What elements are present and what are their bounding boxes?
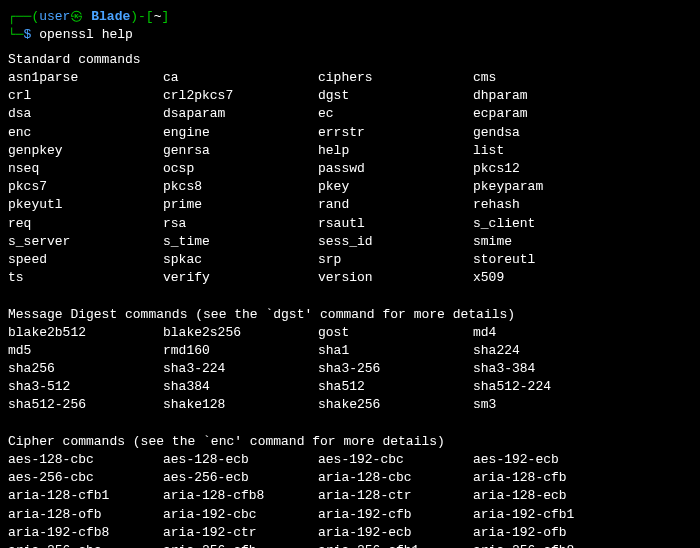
command-name: list [473, 142, 628, 160]
table-row: aes-256-cbcaes-256-ecbaria-128-cbcaria-1… [8, 469, 692, 487]
command-name: aes-192-cbc [318, 451, 473, 469]
table-row: sha512-256shake128shake256sm3 [8, 396, 692, 414]
command-name: smime [473, 233, 628, 251]
table-row: aria-128-cfb1aria-128-cfb8aria-128-ctrar… [8, 487, 692, 505]
section-title-standard: Standard commands [8, 51, 692, 69]
command-name: blake2s256 [163, 324, 318, 342]
table-row: aria-256-cbcaria-256-cfbaria-256-cfb1ari… [8, 542, 692, 548]
command-name: aes-192-ecb [473, 451, 628, 469]
prompt-line-1: ┌──(user㉿ Blade)-[~] [8, 8, 692, 26]
table-row: aria-192-cfb8aria-192-ctraria-192-ecbari… [8, 524, 692, 542]
command-name: aes-256-ecb [163, 469, 318, 487]
command-name: sha3-384 [473, 360, 628, 378]
command-name: dhparam [473, 87, 628, 105]
command-name: aria-192-ctr [163, 524, 318, 542]
prompt-user: user [39, 9, 70, 24]
command-name: genrsa [163, 142, 318, 160]
command-name: md5 [8, 342, 163, 360]
command-name: aria-128-cfb8 [163, 487, 318, 505]
table-row: sha3-512sha384sha512sha512-224 [8, 378, 692, 396]
command-name: speed [8, 251, 163, 269]
command-name: sess_id [318, 233, 473, 251]
command-name: md4 [473, 324, 628, 342]
command-name: shake256 [318, 396, 473, 414]
command-name: sha256 [8, 360, 163, 378]
command-name: spkac [163, 251, 318, 269]
command-name: sha224 [473, 342, 628, 360]
command-name: rand [318, 196, 473, 214]
command-name: ec [318, 105, 473, 123]
command-name: aes-128-cbc [8, 451, 163, 469]
prompt-decor: ┌──( [8, 9, 39, 24]
command-name: gost [318, 324, 473, 342]
command-name: storeutl [473, 251, 628, 269]
command-name: aria-128-cfb [473, 469, 628, 487]
table-row: aes-128-cbcaes-128-ecbaes-192-cbcaes-192… [8, 451, 692, 469]
command-name: genpkey [8, 142, 163, 160]
command-name: aria-256-cfb8 [473, 542, 628, 548]
digest-commands-table: blake2b512blake2s256gostmd4md5rmd160sha1… [8, 324, 692, 415]
table-row: s_servers_timesess_idsmime [8, 233, 692, 251]
table-row: aria-128-ofbaria-192-cbcaria-192-cfbaria… [8, 506, 692, 524]
command-name: pkcs8 [163, 178, 318, 196]
command-name: rehash [473, 196, 628, 214]
table-row: asn1parsecacipherscms [8, 69, 692, 87]
command-name: verify [163, 269, 318, 287]
command-name: cms [473, 69, 628, 87]
command-name: ciphers [318, 69, 473, 87]
command-name: sha512-256 [8, 396, 163, 414]
command-name: sha384 [163, 378, 318, 396]
table-row: reqrsarsautls_client [8, 215, 692, 233]
table-row: sha256sha3-224sha3-256sha3-384 [8, 360, 692, 378]
command-name: pkcs7 [8, 178, 163, 196]
command-name: crl2pkcs7 [163, 87, 318, 105]
command-name: ecparam [473, 105, 628, 123]
command-name: crl [8, 87, 163, 105]
command-name: aria-192-cfb [318, 506, 473, 524]
command-name: x509 [473, 269, 628, 287]
command-name: dsaparam [163, 105, 318, 123]
command-name: errstr [318, 124, 473, 142]
command-name: aria-192-cbc [163, 506, 318, 524]
command-name: sha512-224 [473, 378, 628, 396]
command-name: s_client [473, 215, 628, 233]
command-name: shake128 [163, 396, 318, 414]
command-name: ca [163, 69, 318, 87]
command-name: aria-192-cfb1 [473, 506, 628, 524]
table-row: pkcs7pkcs8pkeypkeyparam [8, 178, 692, 196]
command-name: aes-256-cbc [8, 469, 163, 487]
command-name: aria-256-cfb1 [318, 542, 473, 548]
standard-commands-table: asn1parsecacipherscmscrlcrl2pkcs7dgstdhp… [8, 69, 692, 287]
command-name: s_server [8, 233, 163, 251]
command-name: sha3-256 [318, 360, 473, 378]
prompt-decor: )- [130, 9, 146, 24]
prompt-line-2[interactable]: └─$ openssl help [8, 26, 692, 44]
command-name: gendsa [473, 124, 628, 142]
prompt-at: ㉿ [70, 9, 83, 24]
command-name: enc [8, 124, 163, 142]
table-row: md5rmd160sha1sha224 [8, 342, 692, 360]
command-name: nseq [8, 160, 163, 178]
command-name: aria-192-ecb [318, 524, 473, 542]
table-row: encengineerrstrgendsa [8, 124, 692, 142]
prompt-host: Blade [83, 9, 130, 24]
command-name: sha1 [318, 342, 473, 360]
table-row: dsadsaparamececparam [8, 105, 692, 123]
command-name: sha512 [318, 378, 473, 396]
command-name: aes-128-ecb [163, 451, 318, 469]
command-name: rsa [163, 215, 318, 233]
table-row: blake2b512blake2s256gostmd4 [8, 324, 692, 342]
command-name: dgst [318, 87, 473, 105]
command-name: aria-256-cfb [163, 542, 318, 548]
cipher-commands-table: aes-128-cbcaes-128-ecbaes-192-cbcaes-192… [8, 451, 692, 548]
prompt-decor: └─ [8, 27, 24, 42]
command-name: pkey [318, 178, 473, 196]
command-input[interactable]: openssl help [31, 27, 132, 42]
command-name: help [318, 142, 473, 160]
section-title-digest: Message Digest commands (see the `dgst' … [8, 306, 692, 324]
prompt-bracket: [ [146, 9, 154, 24]
command-name: pkeyparam [473, 178, 628, 196]
prompt-bracket: ] [161, 9, 169, 24]
section-title-cipher: Cipher commands (see the `enc' command f… [8, 433, 692, 451]
table-row: crlcrl2pkcs7dgstdhparam [8, 87, 692, 105]
